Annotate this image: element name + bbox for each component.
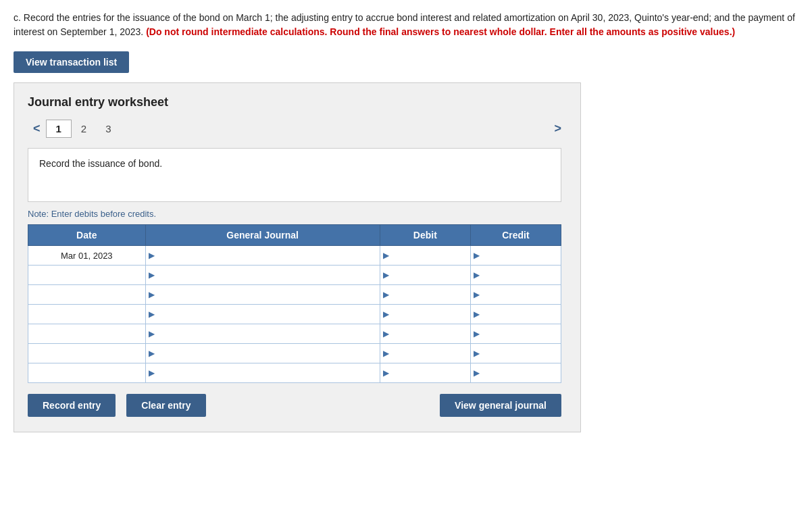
next-tab-button[interactable]: >: [549, 119, 567, 138]
view-transaction-button[interactable]: View transaction list: [14, 51, 129, 73]
journal-arrow-icon-3: ▶: [146, 309, 157, 319]
debit-arrow-icon-0: ▶: [380, 251, 391, 260]
record-entry-button[interactable]: Record entry: [28, 394, 116, 417]
instructions-text: c. Record the entries for the issuance o…: [14, 11, 797, 39]
header-credit: Credit: [470, 225, 561, 246]
journal-input-1[interactable]: [157, 266, 380, 284]
header-date: Date: [28, 225, 146, 246]
credit-input-5[interactable]: [482, 344, 561, 363]
date-cell-6: [28, 363, 146, 383]
journal-arrow-icon-0: ▶: [146, 251, 157, 260]
credit-cell-5: ▶: [470, 344, 561, 363]
instructions-bold-red: (Do not round intermediate calculations.…: [146, 26, 735, 37]
debit-cell-0: ▶: [380, 246, 470, 266]
credit-input-1[interactable]: [482, 266, 561, 284]
tab-2[interactable]: 2: [72, 120, 96, 137]
clear-entry-button[interactable]: Clear entry: [126, 394, 205, 417]
debit-input-4[interactable]: [391, 324, 470, 343]
journal-input-3[interactable]: [157, 305, 380, 324]
debit-arrow-icon-2: ▶: [380, 290, 391, 299]
journal-arrow-icon-2: ▶: [146, 290, 157, 299]
bottom-buttons: Record entry Clear entry View general jo…: [28, 394, 561, 417]
credit-cell-3: ▶: [470, 305, 561, 324]
debit-arrow-icon-4: ▶: [380, 329, 391, 338]
credit-arrow-icon-4: ▶: [471, 329, 482, 338]
journal-input-5[interactable]: [157, 344, 380, 363]
date-cell-4: [28, 324, 146, 344]
debit-cell-3: ▶: [380, 305, 470, 324]
view-general-journal-button[interactable]: View general journal: [440, 394, 561, 417]
prev-tab-button[interactable]: <: [28, 119, 46, 138]
credit-arrow-icon-1: ▶: [471, 270, 482, 280]
journal-input-4[interactable]: [157, 324, 380, 343]
credit-input-4[interactable]: [482, 324, 561, 343]
tab-1[interactable]: 1: [46, 120, 72, 138]
journal-cell-2: ▶: [145, 285, 380, 305]
debit-arrow-icon-6: ▶: [380, 368, 391, 378]
table-row: ▶▶▶: [28, 305, 561, 324]
table-row: ▶▶▶: [28, 285, 561, 305]
date-cell-0: Mar 01, 2023: [28, 246, 146, 266]
date-cell-3: [28, 305, 146, 324]
journal-cell-4: ▶: [145, 324, 380, 344]
table-row: ▶▶▶: [28, 266, 561, 285]
journal-cell-1: ▶: [145, 266, 380, 285]
journal-arrow-icon-5: ▶: [146, 349, 157, 358]
credit-arrow-icon-0: ▶: [471, 251, 482, 260]
debit-cell-4: ▶: [380, 324, 470, 344]
debit-input-5[interactable]: [391, 344, 470, 363]
debit-cell-6: ▶: [380, 363, 470, 383]
journal-arrow-icon-4: ▶: [146, 329, 157, 338]
debit-input-6[interactable]: [391, 363, 470, 382]
journal-input-6[interactable]: [157, 363, 380, 382]
credit-cell-2: ▶: [470, 285, 561, 305]
date-cell-2: [28, 285, 146, 305]
credit-cell-6: ▶: [470, 363, 561, 383]
header-general-journal: General Journal: [145, 225, 380, 246]
credit-input-0[interactable]: [482, 246, 561, 265]
journal-cell-6: ▶: [145, 363, 380, 383]
journal-arrow-icon-6: ▶: [146, 368, 157, 378]
date-cell-1: [28, 266, 146, 285]
table-row: ▶▶▶: [28, 324, 561, 344]
note-text: Note: Enter debits before credits.: [28, 209, 567, 219]
journal-table: Date General Journal Debit Credit Mar 01…: [28, 224, 561, 383]
debit-cell-1: ▶: [380, 266, 470, 285]
debit-arrow-icon-5: ▶: [380, 349, 391, 358]
credit-input-2[interactable]: [482, 285, 561, 304]
credit-cell-1: ▶: [470, 266, 561, 285]
worksheet-container: Journal entry worksheet < 1 2 3 > Record…: [14, 82, 581, 432]
date-cell-5: [28, 344, 146, 363]
credit-arrow-icon-3: ▶: [471, 309, 482, 319]
worksheet-title: Journal entry worksheet: [28, 95, 567, 109]
table-row: ▶▶▶: [28, 363, 561, 383]
credit-input-3[interactable]: [482, 305, 561, 324]
journal-input-2[interactable]: [157, 285, 380, 304]
journal-cell-0: ▶: [145, 246, 380, 266]
debit-arrow-icon-1: ▶: [380, 270, 391, 280]
debit-input-2[interactable]: [391, 285, 470, 304]
credit-cell-4: ▶: [470, 324, 561, 344]
debit-cell-2: ▶: [380, 285, 470, 305]
debit-input-3[interactable]: [391, 305, 470, 324]
journal-cell-3: ▶: [145, 305, 380, 324]
tab-navigation: < 1 2 3 >: [28, 119, 567, 138]
debit-arrow-icon-3: ▶: [380, 309, 391, 319]
journal-cell-5: ▶: [145, 344, 380, 363]
description-text: Record the issuance of bond.: [39, 158, 162, 169]
debit-cell-5: ▶: [380, 344, 470, 363]
table-row: Mar 01, 2023▶▶▶: [28, 246, 561, 266]
debit-input-1[interactable]: [391, 266, 470, 284]
credit-cell-0: ▶: [470, 246, 561, 266]
journal-input-0[interactable]: [157, 246, 380, 265]
credit-input-6[interactable]: [482, 363, 561, 382]
credit-arrow-icon-5: ▶: [471, 349, 482, 358]
credit-arrow-icon-2: ▶: [471, 290, 482, 299]
tab-3[interactable]: 3: [96, 120, 120, 137]
table-header-row: Date General Journal Debit Credit: [28, 225, 561, 246]
debit-input-0[interactable]: [391, 246, 470, 265]
credit-arrow-icon-6: ▶: [471, 368, 482, 378]
entry-description: Record the issuance of bond.: [28, 148, 561, 202]
table-row: ▶▶▶: [28, 344, 561, 363]
header-debit: Debit: [380, 225, 470, 246]
